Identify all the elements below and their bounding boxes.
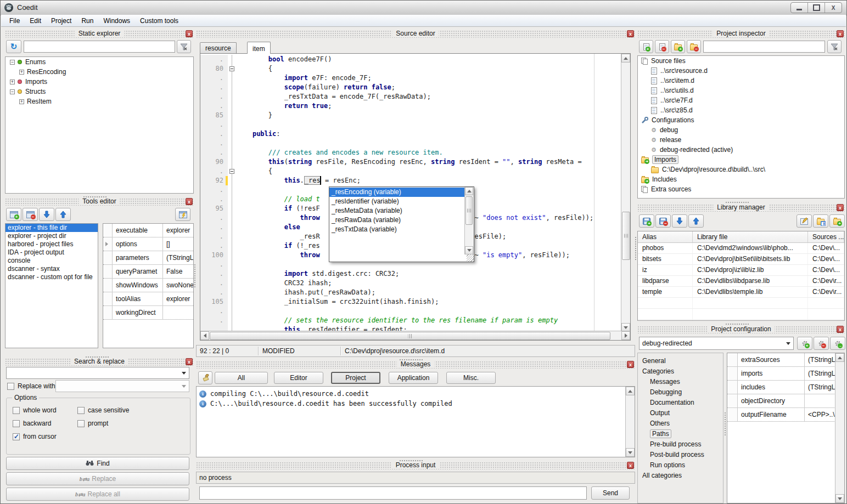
scroll-left-button[interactable] — [200, 331, 209, 340]
message-entry[interactable]: icompiling C:\...\build\resource.d.coedi… — [197, 389, 635, 399]
editor-vscrollbar[interactable] — [621, 54, 630, 332]
collapse-icon[interactable]: − — [10, 89, 15, 94]
completion-item[interactable]: _resEncoding (variable) — [329, 188, 465, 197]
inspector-item[interactable]: ..\src\z85.d — [638, 105, 844, 115]
inspector-item[interactable]: ⚙debug — [638, 125, 844, 135]
checkbox-whole-word[interactable]: whole word — [13, 406, 57, 414]
property-value[interactable]: explorer — [163, 224, 193, 237]
inspector-item[interactable]: Configurations — [638, 115, 844, 125]
expand-triangle-icon[interactable] — [105, 242, 108, 246]
property-row[interactable]: imports(TStringL — [727, 367, 844, 381]
code-line[interactable]: . bool encodee7F() — [200, 55, 621, 64]
property-row[interactable]: outputFilename<CPP>..\ — [727, 408, 844, 422]
tool-remove-button[interactable]: − — [23, 208, 38, 221]
property-row[interactable]: queryParametFalse — [103, 265, 193, 279]
inspector-item[interactable]: ➜Imports — [638, 155, 844, 165]
config-category[interactable]: All categories — [638, 470, 723, 480]
config-category[interactable]: Output — [638, 407, 723, 418]
menu-project[interactable]: Project — [46, 16, 76, 26]
code-line[interactable]: 92 this._res = resEnc; — [200, 176, 621, 185]
fold-collapse-icon[interactable] — [229, 169, 234, 174]
column-header[interactable]: Alias — [638, 231, 693, 242]
filter-button-all[interactable]: All — [215, 372, 268, 384]
tool-list-item[interactable]: harbored - project files — [5, 240, 98, 248]
config-grid-vscrollbar[interactable] — [835, 353, 844, 503]
config-clone-button[interactable]: → — [830, 337, 845, 350]
library-from-project-button[interactable]: ◧ — [813, 214, 828, 228]
property-value[interactable]: [] — [163, 237, 193, 251]
completion-item[interactable]: _resIdentifier (variable) — [329, 197, 465, 206]
scrollbar-thumb[interactable] — [622, 212, 630, 260]
config-add-button[interactable]: + — [797, 337, 812, 350]
add-source-button[interactable]: + — [639, 40, 653, 53]
table-row[interactable]: templeC:\Dev\dlibs\temple.libC:\Dev\r... — [638, 287, 844, 298]
inspector-filter-input[interactable] — [703, 41, 825, 53]
scroll-down-button[interactable] — [835, 494, 844, 503]
table-row[interactable]: phobosC:\Dev\dmd2\windows\lib\phob...C:\… — [638, 243, 844, 254]
inspector-item[interactable]: ..\src\e7F.d — [638, 95, 844, 105]
inspector-item[interactable]: ..\src\resource.d — [638, 66, 844, 76]
library-move-up-button[interactable] — [688, 214, 704, 228]
property-row[interactable]: parameters(TStringL — [103, 251, 193, 265]
inspector-item[interactable]: ..\src\utils.d — [638, 86, 844, 95]
code-line[interactable]: 90 this(string resFile, ResEncoding resE… — [200, 157, 621, 167]
code-line[interactable]: . — [200, 139, 621, 148]
splitter-handle[interactable] — [724, 412, 726, 436]
code-line[interactable]: . CRC32 ihash; — [200, 279, 621, 288]
message-entry[interactable]: iC:\...\build\resource.d.coedit has been… — [197, 399, 635, 409]
code-line[interactable]: . — [200, 307, 621, 316]
project-inspector-close-icon[interactable]: x — [837, 30, 844, 37]
inspector-item[interactable]: ..\src\item.d — [638, 76, 844, 86]
column-splitter[interactable] — [194, 264, 196, 288]
remove-folder-button[interactable]: − — [687, 40, 701, 53]
tool-add-button[interactable]: + — [6, 208, 21, 221]
column-header[interactable]: Sources ... — [808, 231, 844, 242]
menu-edit[interactable]: Edit — [25, 16, 46, 26]
tree-item-resencoding[interactable]: +ResEncoding — [5, 67, 193, 77]
menu-file[interactable]: File — [4, 16, 25, 26]
checkbox-prompt[interactable]: prompt — [77, 420, 108, 427]
table-row[interactable]: bitsetsC:\Dev\dproj\bitSet\lib\bitsets.l… — [638, 254, 844, 265]
completion-item[interactable]: _resTxtData (variable) — [329, 225, 465, 234]
tree-item-structs[interactable]: −Structs — [5, 87, 193, 97]
checkbox-case-sensitive[interactable]: case sensitive — [77, 406, 129, 414]
tool-list-item[interactable]: console — [5, 257, 98, 265]
menu-custom-tools[interactable]: Custom tools — [135, 16, 183, 26]
filter-button-application[interactable]: Application — [389, 372, 438, 384]
property-row[interactable]: executableexplorer — [103, 224, 193, 237]
title-bar[interactable]: Coedit X — [1, 1, 846, 15]
scroll-up-button[interactable] — [835, 353, 844, 362]
tools-editor-close-icon[interactable]: x — [186, 198, 193, 205]
fold-collapse-icon[interactable] — [229, 66, 234, 71]
config-category[interactable]: Run options — [638, 460, 723, 470]
code-line[interactable]: . import std.digest.crc: CRC32; — [200, 269, 621, 279]
property-value[interactable] — [163, 306, 193, 319]
static-explorer-filter-input[interactable] — [24, 41, 175, 53]
code-line[interactable]: . public: — [200, 129, 621, 139]
config-remove-button[interactable]: − — [814, 337, 829, 350]
tab-resource[interactable]: resource — [200, 42, 237, 53]
column-header[interactable]: Library file — [693, 231, 808, 242]
process-input-close-icon[interactable]: x — [627, 462, 634, 469]
filter-button-misc[interactable]: Misc. — [446, 372, 496, 384]
minimize-button[interactable] — [791, 3, 808, 13]
config-category[interactable]: Messages — [638, 376, 723, 387]
messages-close-icon[interactable]: x — [627, 361, 634, 368]
code-line[interactable]: . scope(failure) return false; — [200, 83, 621, 92]
send-button[interactable]: Send — [591, 486, 630, 500]
tab-item[interactable]: item — [247, 42, 271, 54]
column-splitter[interactable] — [635, 236, 637, 261]
popup-scrollbar[interactable] — [464, 187, 474, 254]
property-row[interactable]: workingDirect — [103, 306, 193, 320]
code-line[interactable]: 85 } — [200, 111, 621, 120]
property-row[interactable]: includes(TStringL — [727, 381, 844, 394]
property-row[interactable]: extraSources(TStringL — [727, 353, 844, 367]
maximize-button[interactable] — [808, 3, 825, 13]
scroll-right-button[interactable] — [621, 331, 630, 340]
inspector-item[interactable]: ⚙debug-redirected (active) — [638, 145, 844, 155]
filter-button-editor[interactable]: Editor — [274, 372, 323, 384]
tree-item-enums[interactable]: −Enums — [5, 57, 193, 67]
code-line[interactable]: . /// creates and encodes a new resource… — [200, 148, 621, 157]
property-value[interactable]: swoNone — [163, 279, 193, 292]
completion-item[interactable]: _resMetaData (variable) — [329, 206, 465, 216]
